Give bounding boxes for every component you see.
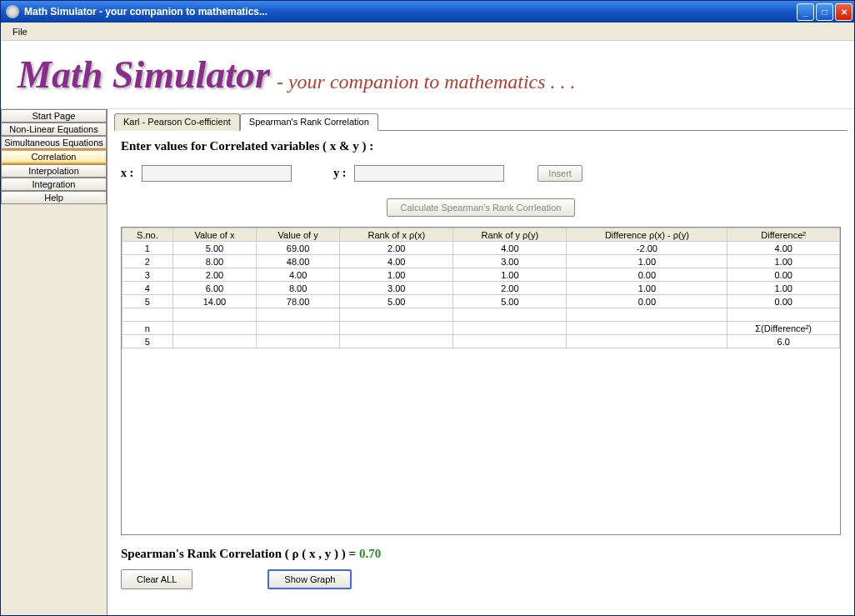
table-cell: 5 [122,335,173,348]
window-title: Math Simulator - your companion to mathe… [24,6,797,18]
table-cell [453,335,567,348]
table-body: 15.0069.002.004.00-2.004.0028.0048.004.0… [122,242,840,348]
table-cell: 1.00 [567,282,728,295]
menubar: File [1,23,854,41]
content-area: Karl - Pearson Co-efficient Spearman's R… [108,109,854,615]
table-cell [728,308,840,322]
sidebar-item-interpolation[interactable]: Interpolation [1,164,107,178]
table-cell: 0.00 [728,268,840,282]
table-cell: 4.00 [728,242,840,255]
titlebar: Math Simulator - your companion to mathe… [1,1,854,23]
table-cell: 3 [122,268,173,282]
table-cell: 4.00 [453,242,567,255]
table-cell: Σ(Difference²) [728,322,840,335]
table-cell [122,308,173,322]
table-cell: 0.00 [567,268,728,282]
data-table: S.no. Value of x Value of y Rank of x ρ(… [122,228,840,348]
table-row: 514.0078.005.005.000.000.00 [122,295,840,308]
window-controls: _ □ ✕ [797,3,852,21]
table-cell: 8.00 [257,282,340,295]
close-button[interactable]: ✕ [835,3,852,21]
table-cell: 69.00 [257,242,340,255]
table-cell [340,322,453,335]
y-input[interactable] [354,165,504,182]
table-cell: 3.00 [340,282,453,295]
table-cell [257,308,340,322]
calc-row: Calculate Spearman's Rank Corrleation [121,198,841,217]
table-cell: 8.00 [172,255,256,268]
table-cell: 2.00 [453,282,567,295]
table-cell [257,322,340,335]
result-row: Spearman's Rank Correlation ( ρ ( x , y … [121,547,841,561]
x-label: x : [121,167,133,180]
table-cell: 5 [122,295,173,308]
table-cell: 4.00 [257,268,340,282]
table-cell: 48.00 [257,255,340,268]
table-row-empty [122,308,840,322]
body: Start Page Non-Linear Equations Simultan… [1,109,854,615]
sidebar-item-nonlinear[interactable]: Non-Linear Equations [1,123,107,136]
table-cell: 5.00 [172,242,256,255]
sidebar-item-integration[interactable]: Integration [1,178,107,191]
table-cell: 4 [122,282,173,295]
table-cell [340,335,453,348]
table-cell: 14.00 [172,295,256,308]
table-row: 28.0048.004.003.001.001.00 [122,255,840,268]
calculate-button[interactable]: Calculate Spearman's Rank Corrleation [387,198,576,217]
menu-file[interactable]: File [6,25,34,38]
table-row: 32.004.001.001.000.000.00 [122,268,840,282]
sidebar-item-correlation[interactable]: Correlation [1,149,107,164]
data-table-wrap: S.no. Value of x Value of y Rank of x ρ(… [121,227,841,535]
table-cell: 2.00 [172,268,256,282]
col-x: Value of x [172,228,256,242]
table-cell [172,308,256,322]
tab-spearman[interactable]: Spearman's Rank Correlation [240,113,378,131]
actions-row: Clear ALL Show Graph [121,569,841,589]
table-cell [567,322,728,335]
table-cell [453,308,567,322]
sidebar: Start Page Non-Linear Equations Simultan… [1,109,108,615]
table-row: 15.0069.002.004.00-2.004.00 [122,242,840,255]
app-window: Math Simulator - your companion to mathe… [0,0,855,616]
tab-pearson[interactable]: Karl - Pearson Co-efficient [114,113,240,131]
table-cell: 5.00 [453,295,567,308]
table-cell [172,322,256,335]
y-label: y : [333,167,346,180]
table-summary-values: 56.0 [122,335,840,348]
table-summary-header: nΣ(Difference²) [122,322,840,335]
col-sno: S.no. [122,228,173,242]
table-cell: -2.00 [567,242,728,255]
app-icon [6,5,19,18]
insert-button[interactable]: Insert [538,165,582,182]
table-cell [453,322,567,335]
result-label: Spearman's Rank Correlation ( ρ ( x , y … [121,547,359,560]
maximize-button[interactable]: □ [816,3,833,21]
show-graph-button[interactable]: Show Graph [268,569,352,589]
sidebar-item-simultaneous[interactable]: Simultaneous Equations [1,136,107,149]
table-cell: 0.00 [728,295,840,308]
table-cell [567,308,728,322]
inputs-row: x : y : Insert [121,165,841,182]
col-rankx: Rank of x ρ(x) [340,228,453,242]
tab-pane: Enter values for Correlated variables ( … [114,131,848,608]
table-header-row: S.no. Value of x Value of y Rank of x ρ(… [122,228,840,242]
table-cell: 1.00 [340,268,453,282]
table-cell: n [122,322,173,335]
table-cell: 6.00 [172,282,256,295]
banner-subtitle: - your companion to mathematics . . . [277,71,576,93]
x-input[interactable] [142,165,292,182]
table-cell [340,308,453,322]
table-cell [172,335,256,348]
clear-all-button[interactable]: Clear ALL [121,569,192,589]
minimize-button[interactable]: _ [797,3,814,21]
table-cell: 5.00 [340,295,453,308]
col-ranky: Rank of y ρ(y) [453,228,567,242]
table-cell: 4.00 [340,255,453,268]
banner: Math Simulator - your companion to mathe… [1,41,854,109]
result-value: 0.70 [359,547,381,560]
sidebar-item-start[interactable]: Start Page [1,109,107,123]
table-cell: 3.00 [453,255,567,268]
col-diff: Difference ρ(x) - ρ(y) [567,228,728,242]
input-prompt: Enter values for Correlated variables ( … [121,139,841,153]
sidebar-item-help[interactable]: Help [1,191,107,204]
